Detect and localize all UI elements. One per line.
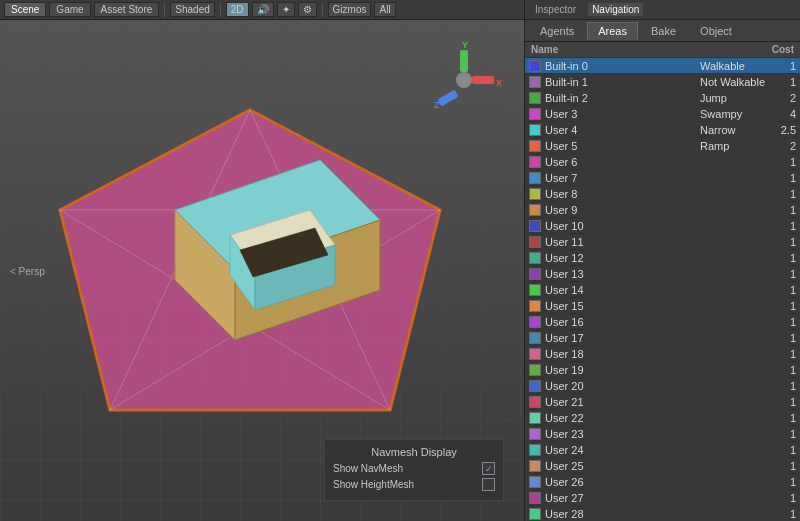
game-tab[interactable]: Game — [49, 2, 90, 17]
area-row[interactable]: User 121 — [525, 250, 800, 266]
area-name-label: User 24 — [545, 444, 696, 456]
area-name-label: User 9 — [545, 204, 696, 216]
area-row[interactable]: Built-in 0Walkable1 — [525, 58, 800, 74]
area-name-label: User 6 — [545, 156, 696, 168]
navigation-header-tab[interactable]: Navigation — [588, 3, 643, 16]
area-row[interactable]: User 161 — [525, 314, 800, 330]
area-row[interactable]: User 3Swampy4 — [525, 106, 800, 122]
navigation-tabs: Agents Areas Bake Object — [525, 20, 800, 42]
area-color-swatch — [529, 396, 541, 408]
area-cost-value: 1 — [766, 236, 796, 248]
scene-tab[interactable]: Scene — [4, 2, 46, 17]
area-color-swatch — [529, 124, 541, 136]
scene-panel: Scene Game Asset Store Shaded 2D 🔊 ✦ ⚙ G… — [0, 0, 525, 521]
area-cost-label: Jump — [696, 92, 766, 104]
area-color-swatch — [529, 268, 541, 280]
area-cost-value: 1 — [766, 76, 796, 88]
area-name-label: Built-in 1 — [545, 76, 696, 88]
area-row[interactable]: User 201 — [525, 378, 800, 394]
area-cost-value: 2.5 — [766, 124, 796, 136]
asset-store-tab[interactable]: Asset Store — [94, 2, 160, 17]
area-row[interactable]: User 171 — [525, 330, 800, 346]
main-layout: Scene Game Asset Store Shaded 2D 🔊 ✦ ⚙ G… — [0, 0, 800, 521]
area-name-label: User 25 — [545, 460, 696, 472]
area-name-label: User 16 — [545, 316, 696, 328]
area-name-label: User 17 — [545, 332, 696, 344]
area-name-label: User 27 — [545, 492, 696, 504]
scene-options-btn[interactable]: ⚙ — [298, 2, 317, 17]
area-cost-value: 1 — [766, 316, 796, 328]
areas-table-header: Name Cost — [525, 42, 800, 58]
scene-view[interactable]: X Y Z < Persp Navmesh Display Show NavMe… — [0, 20, 524, 521]
tab-areas[interactable]: Areas — [587, 22, 638, 40]
show-heightmesh-label: Show HeightMesh — [333, 479, 414, 490]
tab-object[interactable]: Object — [689, 22, 743, 40]
area-row[interactable]: User 191 — [525, 362, 800, 378]
area-row[interactable]: User 231 — [525, 426, 800, 442]
tab-bake[interactable]: Bake — [640, 22, 687, 40]
inspector-header-tab[interactable]: Inspector — [531, 3, 580, 16]
area-name-label: User 26 — [545, 476, 696, 488]
all-btn[interactable]: All — [374, 2, 395, 17]
area-row[interactable]: User 71 — [525, 170, 800, 186]
area-row[interactable]: User 81 — [525, 186, 800, 202]
area-cost-value: 1 — [766, 156, 796, 168]
area-cost-value: 1 — [766, 188, 796, 200]
area-color-swatch — [529, 188, 541, 200]
area-row[interactable]: User 271 — [525, 490, 800, 506]
tab-agents[interactable]: Agents — [529, 22, 585, 40]
area-row[interactable]: User 4Narrow2.5 — [525, 122, 800, 138]
area-cost-value: 1 — [766, 220, 796, 232]
area-color-swatch — [529, 220, 541, 232]
area-row[interactable]: Built-in 1Not Walkable1 — [525, 74, 800, 90]
shading-dropdown[interactable]: Shaded — [170, 2, 214, 17]
area-row[interactable]: User 131 — [525, 266, 800, 282]
area-row[interactable]: User 251 — [525, 458, 800, 474]
area-row[interactable]: User 91 — [525, 202, 800, 218]
area-cost-label: Narrow — [696, 124, 766, 136]
col-name-header: Name — [531, 44, 754, 55]
area-row[interactable]: User 5Ramp2 — [525, 138, 800, 154]
area-row[interactable]: User 281 — [525, 506, 800, 521]
area-color-swatch — [529, 284, 541, 296]
area-cost-value: 1 — [766, 300, 796, 312]
area-row[interactable]: User 221 — [525, 410, 800, 426]
area-row[interactable]: User 111 — [525, 234, 800, 250]
area-cost-value: 1 — [766, 348, 796, 360]
gizmos-btn[interactable]: Gizmos — [328, 2, 372, 17]
area-row[interactable]: User 181 — [525, 346, 800, 362]
area-cost-value: 2 — [766, 92, 796, 104]
area-name-label: User 7 — [545, 172, 696, 184]
area-row[interactable]: User 151 — [525, 298, 800, 314]
show-heightmesh-row: Show HeightMesh — [333, 478, 495, 491]
area-row[interactable]: Built-in 2Jump2 — [525, 90, 800, 106]
area-color-swatch — [529, 492, 541, 504]
area-color-swatch — [529, 364, 541, 376]
area-cost-value: 1 — [766, 460, 796, 472]
show-heightmesh-checkbox[interactable] — [482, 478, 495, 491]
area-row[interactable]: User 261 — [525, 474, 800, 490]
area-cost-value: 1 — [766, 60, 796, 72]
area-color-swatch — [529, 172, 541, 184]
fx-btn[interactable]: ✦ — [277, 2, 295, 17]
audio-btn[interactable]: 🔊 — [252, 2, 274, 17]
area-color-swatch — [529, 156, 541, 168]
area-name-label: User 11 — [545, 236, 696, 248]
area-name-label: User 23 — [545, 428, 696, 440]
area-cost-label: Swampy — [696, 108, 766, 120]
area-name-label: Built-in 2 — [545, 92, 696, 104]
areas-list[interactable]: Built-in 0Walkable1Built-in 1Not Walkabl… — [525, 58, 800, 521]
gizmo-x-label: X — [496, 78, 502, 88]
area-row[interactable]: User 211 — [525, 394, 800, 410]
area-name-label: User 10 — [545, 220, 696, 232]
area-cost-value: 1 — [766, 428, 796, 440]
gizmo-z-axis — [437, 90, 458, 107]
area-row[interactable]: User 241 — [525, 442, 800, 458]
2d-toggle[interactable]: 2D — [226, 2, 249, 17]
area-row[interactable]: User 61 — [525, 154, 800, 170]
show-navmesh-checkbox[interactable] — [482, 462, 495, 475]
area-row[interactable]: User 101 — [525, 218, 800, 234]
area-row[interactable]: User 141 — [525, 282, 800, 298]
area-cost-value: 1 — [766, 380, 796, 392]
area-cost-value: 1 — [766, 284, 796, 296]
